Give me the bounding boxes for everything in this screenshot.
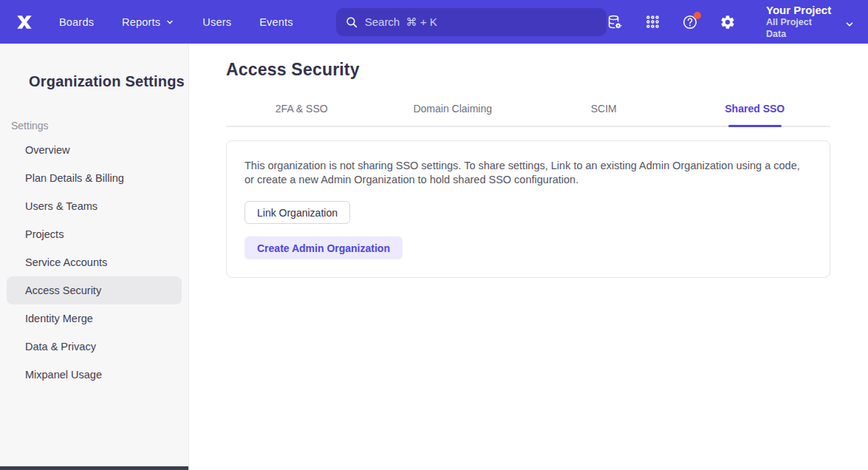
top-navigation-bar: Boards Reports Users Events [0, 0, 868, 44]
apps-grid-icon[interactable] [644, 14, 660, 30]
sidebar-item-plan-details-billing[interactable]: Plan Details & Billing [7, 164, 182, 192]
sidebar-item-projects[interactable]: Projects [7, 220, 182, 248]
nav-item-users[interactable]: Users [202, 16, 231, 28]
search-icon [345, 16, 358, 29]
sidebar-item-data-privacy[interactable]: Data & Privacy [7, 333, 182, 361]
project-switcher[interactable]: Your Project All Project Data [766, 4, 855, 41]
tab-label: Shared SSO [725, 103, 785, 115]
chevron-down-icon [165, 18, 174, 27]
data-management-icon[interactable] [606, 14, 623, 30]
sidebar-bottom-edge [0, 466, 188, 470]
project-switcher-text: Your Project All Project Data [766, 4, 834, 41]
link-organization-button[interactable]: Link Organization [245, 201, 350, 224]
tab-active-underline [728, 125, 782, 127]
nav-item-events[interactable]: Events [259, 16, 293, 28]
settings-gear-icon[interactable] [720, 14, 736, 30]
tab-scim[interactable]: SCIM [528, 103, 680, 126]
mixpanel-logo-glyph [13, 13, 35, 32]
sidebar-nav: Overview Plan Details & Billing Users & … [0, 136, 188, 389]
tab-label: SCIM [591, 103, 617, 115]
sidebar-item-service-accounts[interactable]: Service Accounts [7, 248, 182, 276]
nav-item-label: Events [259, 16, 293, 28]
sidebar-section-label: Settings [11, 120, 188, 132]
tab-label: 2FA & SSO [276, 103, 328, 115]
mixpanel-logo-icon[interactable] [12, 11, 37, 33]
create-admin-organization-button[interactable]: Create Admin Organization [245, 236, 403, 259]
access-security-tabs: 2FA & SSO Domain Claiming SCIM Shared SS… [226, 103, 830, 127]
project-name: Your Project [766, 4, 834, 18]
page-title: Access Security [226, 60, 830, 80]
org-settings-sidebar: Organization Settings Settings Overview … [0, 44, 189, 470]
tab-domain-claiming[interactable]: Domain Claiming [377, 103, 529, 126]
nav-item-label: Reports [122, 16, 160, 28]
notification-dot [694, 12, 701, 19]
main-content: Access Security 2FA & SSO Domain Claimin… [189, 44, 868, 470]
shared-sso-card: This organization is not sharing SSO set… [226, 140, 830, 278]
sidebar-title: Organization Settings [0, 73, 188, 90]
primary-nav-links: Boards Reports Users Events [59, 16, 293, 28]
chevron-down-icon [844, 19, 855, 30]
sidebar-item-mixpanel-usage[interactable]: Mixpanel Usage [7, 361, 182, 389]
sidebar-item-access-security[interactable]: Access Security [7, 276, 182, 304]
nav-right-controls: Your Project All Project Data [606, 4, 855, 41]
nav-item-reports[interactable]: Reports [122, 16, 174, 28]
nav-item-boards[interactable]: Boards [59, 16, 94, 28]
help-icon[interactable] [682, 14, 698, 30]
nav-item-label: Users [202, 16, 231, 28]
sidebar-item-overview[interactable]: Overview [7, 136, 182, 164]
sidebar-item-identity-merge[interactable]: Identity Merge [7, 304, 182, 333]
nav-item-label: Boards [59, 16, 94, 28]
tab-label: Domain Claiming [413, 103, 492, 115]
global-search-bar[interactable] [336, 8, 606, 36]
project-data-view: All Project Data [766, 17, 834, 40]
search-input[interactable] [365, 16, 598, 28]
shared-sso-description: This organization is not sharing SSO set… [245, 159, 807, 187]
sidebar-item-users-teams[interactable]: Users & Teams [7, 192, 182, 220]
tab-shared-sso[interactable]: Shared SSO [680, 103, 831, 126]
tab-2fa-sso[interactable]: 2FA & SSO [226, 103, 377, 126]
